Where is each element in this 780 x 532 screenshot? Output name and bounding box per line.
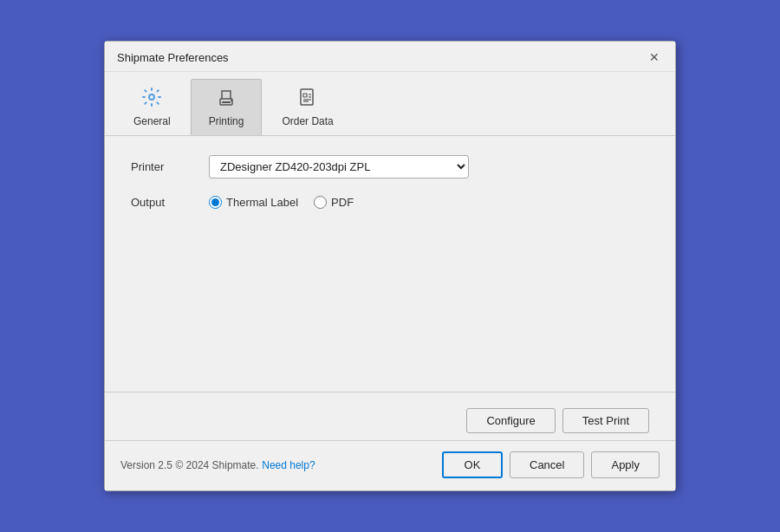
- printer-label: Printer: [131, 160, 209, 173]
- divider-top: [105, 392, 675, 393]
- apply-button[interactable]: Apply: [591, 451, 660, 478]
- thermal-label-radio[interactable]: [209, 196, 222, 209]
- output-row: Output Thermal Label PDF: [131, 196, 649, 209]
- bottom-buttons: OK Cancel Apply: [442, 451, 660, 478]
- close-button[interactable]: ✕: [644, 49, 665, 66]
- gear-icon: [141, 87, 162, 112]
- svg-rect-2: [222, 101, 231, 103]
- title-bar: Shipmate Preferences ✕: [105, 42, 675, 72]
- ok-button[interactable]: OK: [442, 451, 503, 478]
- pdf-option[interactable]: PDF: [314, 196, 354, 209]
- tab-order-data-label: Order Data: [282, 115, 333, 127]
- svg-point-3: [231, 100, 232, 101]
- tab-content-printing: Printer ZDesigner ZD420-203dpi ZPL Outpu…: [105, 136, 675, 311]
- printer-row: Printer ZDesigner ZD420-203dpi ZPL: [131, 155, 649, 178]
- output-label: Output: [131, 196, 209, 209]
- action-button-row: Configure Test Print: [105, 401, 675, 440]
- svg-point-0: [149, 94, 154, 100]
- pdf-radio[interactable]: [314, 196, 327, 209]
- bottom-bar: Version 2.5 © 2024 Shipmate. Need help? …: [105, 440, 675, 490]
- printer-control: ZDesigner ZD420-203dpi ZPL: [209, 155, 649, 178]
- configure-button[interactable]: Configure: [466, 408, 555, 433]
- tab-printing[interactable]: Printing: [191, 79, 263, 135]
- preferences-dialog: Shipmate Preferences ✕ General: [104, 41, 676, 491]
- version-text: Version 2.5 © 2024 Shipmate.: [120, 459, 259, 471]
- tab-bar: General Printing: [105, 72, 675, 136]
- tab-general-label: General: [133, 115, 171, 127]
- order-data-icon: [297, 87, 318, 112]
- tab-order-data[interactable]: Order Data: [263, 79, 351, 135]
- thermal-label-text: Thermal Label: [226, 196, 298, 209]
- print-icon: [216, 87, 237, 112]
- printer-select[interactable]: ZDesigner ZD420-203dpi ZPL: [209, 155, 469, 178]
- tab-general[interactable]: General: [115, 79, 189, 135]
- svg-rect-5: [303, 94, 307, 97]
- thermal-label-option[interactable]: Thermal Label: [209, 196, 298, 209]
- test-print-button[interactable]: Test Print: [562, 408, 649, 433]
- output-control: Thermal Label PDF: [209, 196, 649, 209]
- tab-printing-label: Printing: [209, 115, 244, 127]
- cancel-button[interactable]: Cancel: [510, 451, 584, 478]
- need-help-link[interactable]: Need help?: [262, 459, 315, 471]
- dialog-title: Shipmate Preferences: [117, 51, 229, 64]
- version-info: Version 2.5 © 2024 Shipmate. Need help?: [120, 458, 315, 471]
- pdf-text: PDF: [331, 196, 354, 209]
